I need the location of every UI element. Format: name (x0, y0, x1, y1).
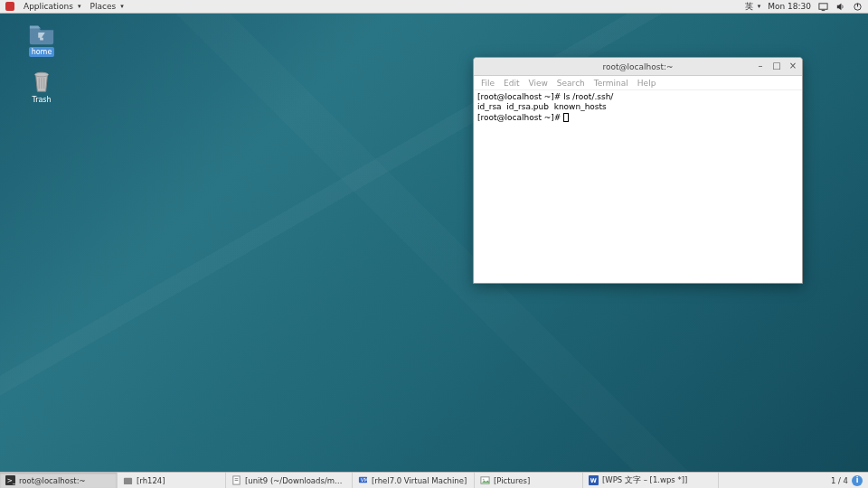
task-terminal[interactable]: >_ root@localhost:~ (0, 473, 118, 488)
svg-point-4 (35, 72, 49, 77)
trash-icon[interactable]: Trash (22, 70, 61, 105)
maximize-button[interactable]: □ (771, 60, 782, 70)
task-files-1[interactable]: [rh124] (118, 473, 226, 488)
task-label: [rhel7.0 Virtual Machine] (372, 476, 467, 485)
home-folder-icon[interactable]: home (22, 22, 61, 57)
svg-text:>_: >_ (7, 476, 15, 484)
gedit-app-icon (231, 475, 241, 485)
ime-indicator[interactable]: 英 (745, 1, 761, 13)
power-icon[interactable] (853, 2, 863, 12)
term-line-1: [root@localhost ~]# ls /root/.ssh/ (477, 92, 613, 101)
task-gedit[interactable]: [unit9 (~/Downloads/mk/rh124) ~... (226, 473, 353, 488)
menu-edit[interactable]: Edit (504, 79, 519, 88)
svg-point-17 (483, 479, 485, 481)
term-line-3: [root@localhost ~]# (477, 113, 563, 122)
term-line-2: id_rsa id_rsa.pub known_hosts (477, 102, 607, 111)
image-app-icon (480, 475, 490, 485)
menu-help[interactable]: Help (637, 79, 656, 88)
menu-search[interactable]: Search (557, 79, 585, 88)
svg-text:W: W (590, 477, 597, 484)
svg-rect-1 (822, 10, 826, 11)
task-label: root@localhost:~ (19, 476, 86, 485)
window-title: root@localhost:~ (602, 62, 673, 71)
info-icon[interactable]: i (852, 475, 863, 486)
terminal-window[interactable]: root@localhost:~ – □ × File Edit View Se… (473, 57, 803, 284)
close-button[interactable]: × (788, 60, 798, 70)
menu-file[interactable]: File (481, 79, 495, 88)
terminal-menubar: File Edit View Search Terminal Help (474, 76, 802, 90)
cursor-icon (563, 113, 569, 122)
top-panel: Applications Places 英 Mon 18:30 (0, 0, 868, 14)
svg-rect-10 (124, 478, 132, 484)
bottom-taskbar: >_ root@localhost:~ [rh124] [unit9 (~/Do… (0, 472, 868, 488)
task-wps[interactable]: W [WPS 文字 – [1.wps *]] (583, 473, 719, 488)
workspace-switcher[interactable]: 1 / 4 i (826, 475, 868, 486)
wps-app-icon: W (589, 475, 599, 485)
desktop-icons: home Trash (22, 22, 61, 105)
task-label: [WPS 文字 – [1.wps *]] (602, 475, 687, 486)
trash-label: Trash (29, 95, 53, 105)
task-pictures[interactable]: [Pictures] (475, 473, 583, 488)
vm-app-icon: VM (358, 475, 368, 485)
svg-rect-0 (819, 3, 827, 8)
minimize-button[interactable]: – (755, 60, 766, 70)
workspace-text: 1 / 4 (831, 476, 848, 485)
clock[interactable]: Mon 18:30 (768, 2, 811, 11)
screen-icon[interactable] (818, 2, 828, 12)
titlebar[interactable]: root@localhost:~ – □ × (474, 58, 802, 76)
volume-icon[interactable] (835, 2, 845, 12)
task-label: [rh124] (137, 476, 165, 485)
applications-menu[interactable]: Applications (24, 2, 81, 11)
task-label: [Pictures] (494, 476, 530, 485)
home-label: home (29, 47, 55, 57)
activities-icon[interactable] (5, 2, 14, 11)
files-app-icon (123, 475, 133, 485)
svg-text:VM: VM (361, 477, 368, 483)
task-label: [unit9 (~/Downloads/mk/rh124) ~... (245, 476, 346, 485)
terminal-app-icon: >_ (5, 475, 15, 485)
task-vm[interactable]: VM [rhel7.0 Virtual Machine] (353, 473, 475, 488)
menu-view[interactable]: View (529, 79, 548, 88)
terminal-output[interactable]: [root@localhost ~]# ls /root/.ssh/ id_rs… (474, 90, 802, 283)
menu-terminal[interactable]: Terminal (594, 79, 628, 88)
places-menu[interactable]: Places (90, 2, 124, 11)
